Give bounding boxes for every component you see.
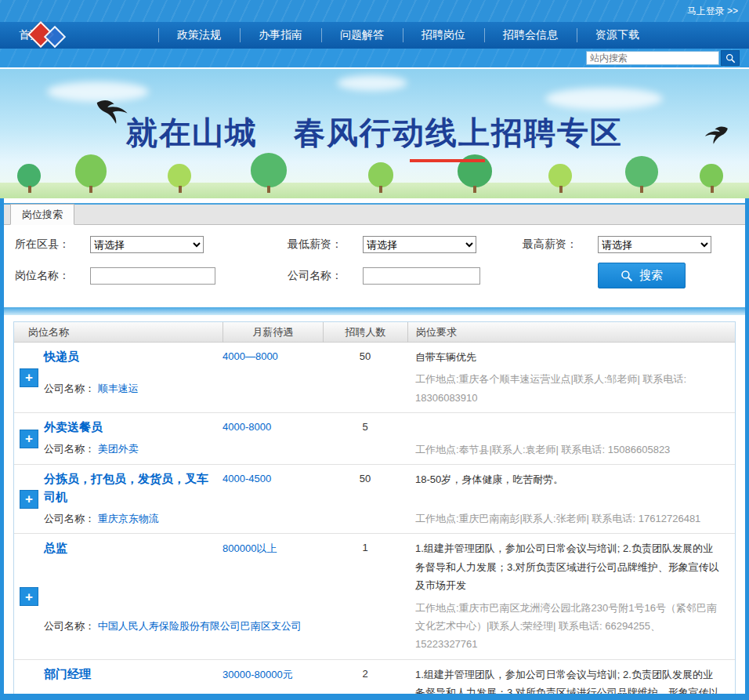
job-title-link[interactable]: 快递员 (44, 350, 79, 363)
tab-strip: 岗位搜索 (4, 205, 745, 225)
tree-icon (168, 164, 191, 187)
company-link[interactable]: 美团外卖 (98, 443, 139, 455)
job-name-input[interactable] (90, 267, 215, 285)
site-search-bar (0, 49, 749, 69)
banner-title: 就在山城 春风行动线上招聘专区 (0, 111, 749, 154)
search-icon (621, 270, 633, 282)
top-bar: 马上登录 >> (0, 0, 749, 22)
column-header: 月薪待遇 (223, 322, 323, 343)
search-button[interactable]: 搜索 (598, 263, 686, 288)
job-table: 岗位名称月薪待遇招聘人数岗位要求 +快递员4000—800050自带车辆优先公司… (13, 321, 736, 694)
job-title-link[interactable]: 分拣员，打包员，发货员，叉车司机 (44, 472, 208, 503)
job-requirement: 1.组建并管理团队，参加公司日常会议与培训; 2.负责团队发展的业务督导和人力发… (407, 666, 729, 694)
job-title-cell: 分拣员，打包员，发货员，叉车司机 (44, 470, 223, 506)
expand-cell: + (14, 666, 44, 694)
company-label: 公司名称： (44, 443, 98, 455)
site-search-button[interactable] (721, 50, 740, 66)
table-row: +外卖送餐员4000-80005公司名称： 美团外卖工作地点:奉节县|联系人:袁… (14, 413, 735, 465)
expand-cell: + (14, 539, 44, 653)
job-table-body: +快递员4000—800050自带车辆优先公司名称： 顺丰速运工作地点:重庆各个… (14, 343, 735, 694)
job-name-field: 岗位名称： (4, 263, 277, 288)
job-count: 2 (323, 666, 407, 694)
company-name-label: 公司名称： (288, 269, 363, 283)
tree-icon (17, 164, 41, 187)
job-count: 5 (323, 419, 407, 437)
job-salary: 4000-8000 (223, 419, 323, 437)
job-name-label: 岗位名称： (15, 269, 90, 283)
nav-item-5[interactable]: 招聘岗位 (403, 22, 484, 49)
tree-icon (700, 164, 723, 187)
company-link[interactable]: 中国人民人寿保险股份有限公司巴南区支公司 (98, 620, 302, 632)
main-nav: 首页政策法规办事指南问题解答招聘岗位招聘会信息资源下载 (0, 22, 749, 49)
company-label: 公司名称： (44, 513, 98, 524)
company-label: 公司名称： (44, 620, 98, 632)
job-title-link[interactable]: 总监 (44, 541, 67, 554)
job-title-cell: 外卖送餐员 (44, 419, 223, 437)
company-link[interactable]: 顺丰速运 (98, 383, 139, 394)
expand-cell: + (14, 348, 44, 407)
search-icon (725, 53, 736, 63)
tree-icon (75, 154, 107, 187)
job-search-form: 所在区县： 请选择 最低薪资： 请选择 最高薪资： 请选择 (4, 225, 745, 301)
nav-item-6[interactable]: 招聘会信息 (484, 22, 577, 49)
job-contact-detail: 工作地点:重庆市巴南区龙洲湾公园北路230号附1号16号（紧邻巴南文化艺术中心）… (407, 599, 729, 654)
expand-row-button[interactable]: + (20, 430, 38, 448)
nav-item-4[interactable]: 问题解答 (321, 22, 403, 49)
cloud (337, 75, 407, 91)
company-link[interactable]: 重庆京东物流 (98, 513, 159, 524)
max-salary-select[interactable]: 请选择 (598, 236, 711, 253)
job-requirement: 1.组建并管理团队，参加公司日常会议与培训; 2.负责团队发展的业务督导和人力发… (407, 539, 729, 594)
table-row: +快递员4000—800050自带车辆优先公司名称： 顺丰速运工作地点:重庆各个… (14, 343, 735, 413)
tree-icon (368, 162, 393, 187)
company-name-input[interactable] (363, 267, 480, 285)
column-header: 招聘人数 (323, 322, 407, 343)
company-name-field: 公司名称： (277, 263, 512, 288)
banner-title-left: 就在山城 (126, 111, 258, 154)
column-header: 岗位名称 (14, 325, 223, 339)
nav-item-7[interactable]: 资源下载 (577, 22, 658, 49)
expand-row-button[interactable]: + (20, 368, 38, 387)
job-contact-detail: 工作地点:奉节县|联系人:袁老师| 联系电话: 15086605823 (407, 441, 729, 459)
tree-icon (548, 164, 572, 187)
job-count: 50 (323, 470, 407, 506)
job-title-link[interactable]: 外卖送餐员 (44, 420, 103, 433)
min-salary-field: 最低薪资： 请选择 (277, 236, 512, 253)
expand-cell: + (14, 419, 44, 459)
tab-job-search[interactable]: 岗位搜索 (10, 204, 74, 225)
page: 马上登录 >> 首页政策法规办事指南问题解答招聘岗位招聘会信息资源下载 就在山城 (0, 0, 749, 698)
job-title-cell: 部门经理 (44, 666, 223, 694)
section-divider (4, 307, 745, 315)
job-contact-detail: 工作地点:重庆各个顺丰速运营业点|联系人:邹老师| 联系电话: 18306083… (407, 370, 729, 407)
min-salary-select[interactable]: 请选择 (363, 236, 476, 253)
job-salary: 4000-4500 (223, 470, 323, 506)
expand-row-button[interactable]: + (20, 587, 38, 606)
job-salary: 30000-80000元 (223, 666, 323, 694)
district-field: 所在区县： 请选择 (4, 236, 277, 253)
site-search-input[interactable] (586, 51, 719, 65)
nav-item-3[interactable]: 办事指南 (240, 22, 321, 49)
job-requirement (407, 419, 729, 437)
job-title-cell: 快递员 (44, 348, 223, 366)
job-table-header: 岗位名称月薪待遇招聘人数岗位要求 (14, 322, 735, 343)
job-company: 公司名称： 中国人民人寿保险股份有限公司巴南区支公司 (44, 619, 407, 633)
job-title-link[interactable]: 部门经理 (44, 667, 91, 680)
search-button-field: 搜索 (512, 263, 745, 288)
tree-icon (251, 153, 287, 187)
search-button-label: 搜索 (639, 268, 663, 283)
site-logo-icon (27, 22, 77, 49)
job-salary: 800000以上 (223, 539, 323, 594)
district-select[interactable]: 请选择 (90, 236, 204, 253)
job-salary: 4000—8000 (223, 348, 323, 366)
banner: 就在山城 春风行动线上招聘专区 (0, 69, 749, 198)
job-company: 公司名称： 美团外卖 (44, 442, 407, 456)
banner-title-right: 春风行动线上招聘专区 (294, 111, 623, 154)
job-company: 公司名称： 重庆京东物流 (44, 512, 407, 526)
job-requirement: 18-50岁，身体健康，吃苦耐劳。 (407, 470, 729, 506)
login-link[interactable]: 马上登录 >> (687, 5, 738, 18)
table-row: +部门经理30000-80000元21.组建并管理团队，参加公司日常会议与培训;… (14, 660, 735, 694)
table-row: +分拣员，打包员，发货员，叉车司机4000-45005018-50岁，身体健康，… (14, 465, 735, 534)
nav-item-2[interactable]: 政策法规 (158, 22, 240, 49)
expand-row-button[interactable]: + (20, 490, 38, 509)
job-company: 公司名称： 顺丰速运 (44, 382, 407, 396)
nav-items: 首页政策法规办事指南问题解答招聘岗位招聘会信息资源下载 (0, 22, 658, 49)
